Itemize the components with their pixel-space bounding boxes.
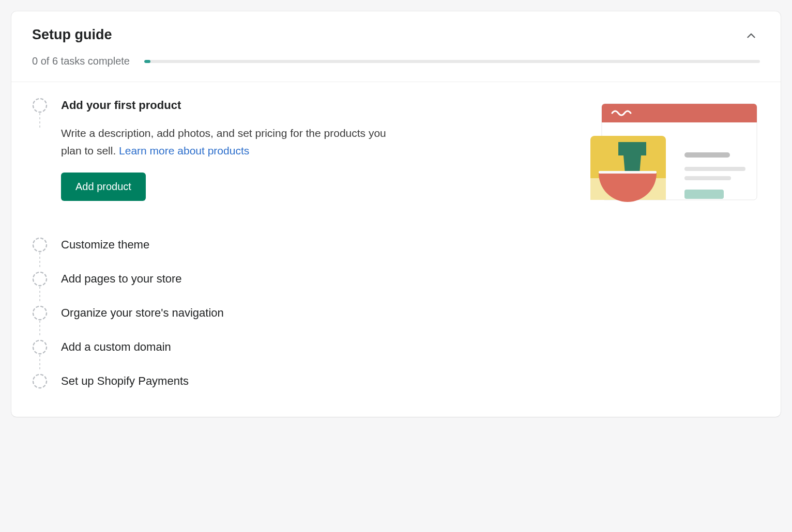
svg-point-14 [33,306,47,320]
progress-row: 0 of 6 tasks complete [32,55,760,67]
task-row: Add your first product Write a descripti… [61,99,760,204]
task-body: Organize your store's navigation [61,305,760,320]
svg-rect-5 [684,167,745,171]
svg-point-15 [33,340,47,354]
task-illustration [589,99,760,204]
task-add-product: Add your first product Write a descripti… [32,98,760,228]
task-shopify-payments: Set up Shopify Payments [32,364,760,398]
task-connector-line [39,355,40,370]
task-connector-line [39,287,40,302]
dashed-circle-icon [32,237,48,253]
card-title: Setup guide [32,27,112,43]
svg-point-13 [33,272,47,286]
task-body: Add a custom domain [61,339,760,354]
task-add-pages: Add pages to your store [32,262,760,296]
task-customize-theme: Customize theme [32,228,760,262]
task-organize-navigation: Organize your store's navigation [32,296,760,330]
task-connector-line [39,253,40,268]
task-title[interactable]: Customize theme [61,238,760,252]
task-status-circle[interactable] [32,373,48,389]
card-header: Setup guide 0 of 6 tasks complete [11,11,781,82]
svg-rect-3 [602,119,757,122]
task-status-circle[interactable] [32,305,48,321]
task-body: Add your first product Write a descripti… [61,98,760,204]
task-marker-column [32,98,61,113]
task-list: Add your first product Write a descripti… [11,82,781,417]
task-title[interactable]: Set up Shopify Payments [61,374,760,388]
task-status-circle[interactable] [32,271,48,287]
task-status-circle[interactable] [32,237,48,253]
product-illustration-icon [589,101,760,204]
task-body: Customize theme [61,237,760,252]
learn-more-link[interactable]: Learn more about products [119,145,249,157]
task-marker-column [32,373,61,389]
task-custom-domain: Add a custom domain [32,330,760,364]
dashed-circle-icon [32,339,48,355]
chevron-up-icon [744,29,758,44]
task-text: Add your first product Write a descripti… [61,99,569,201]
task-connector-line [39,321,40,336]
svg-point-16 [33,374,47,388]
task-title[interactable]: Add your first product [61,99,569,112]
task-action: Add product [61,173,569,201]
task-marker-column [32,271,61,287]
task-body: Add pages to your store [61,271,760,286]
dashed-circle-icon [32,305,48,321]
task-marker-column [32,339,61,355]
collapse-button[interactable] [742,27,760,46]
progress-bar [144,60,760,63]
progress-bar-fill [144,60,150,63]
dashed-circle-icon [32,373,48,389]
task-connector-line [39,113,40,129]
header-top: Setup guide [32,27,760,46]
dashed-circle-icon [32,271,48,287]
svg-point-0 [33,99,47,112]
progress-text: 0 of 6 tasks complete [32,55,130,67]
task-body: Set up Shopify Payments [61,373,760,388]
svg-rect-7 [684,190,724,199]
task-marker-column [32,237,61,253]
svg-rect-4 [684,152,730,158]
task-status-circle[interactable] [32,339,48,355]
task-marker-column [32,305,61,321]
dashed-circle-icon [32,98,48,113]
task-title[interactable]: Add a custom domain [61,340,760,354]
task-title[interactable]: Organize your store's navigation [61,306,760,320]
svg-point-12 [33,238,47,252]
task-description: Write a description, add photos, and set… [61,124,392,159]
task-title[interactable]: Add pages to your store [61,272,760,286]
svg-rect-11 [599,171,657,174]
add-product-button[interactable]: Add product [61,173,146,201]
setup-guide-card: Setup guide 0 of 6 tasks complete [11,11,781,417]
svg-rect-6 [684,176,731,180]
task-status-circle[interactable] [32,98,48,113]
